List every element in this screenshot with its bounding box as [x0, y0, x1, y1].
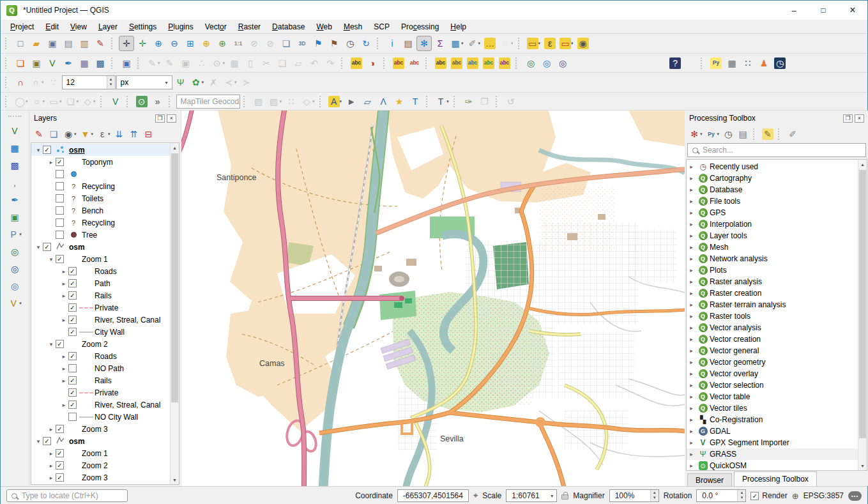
gpx-segment-importer[interactable]: V [108, 94, 123, 109]
layer-tree-item[interactable]: ▸✓Rails [31, 374, 170, 386]
layer-tree-item[interactable] [31, 168, 170, 180]
layer-tree-item[interactable]: ▸✓Zoom 3 [31, 423, 170, 435]
time-manager-plugin[interactable]: ◷ [772, 56, 788, 71]
extents-icon[interactable]: ⌖ [473, 491, 478, 501]
expander-icon[interactable]: ▸ [687, 244, 696, 250]
osm-place-search[interactable]: ✑ [461, 94, 476, 109]
expander-icon[interactable]: ▸ [687, 347, 696, 354]
crs-value[interactable]: EPSG:3857 [803, 491, 844, 500]
layer-checkbox[interactable]: ✓ [68, 328, 77, 336]
expander-icon[interactable]: ▸ [687, 210, 696, 216]
add-spatialite-layer[interactable]: ✒ [5, 192, 24, 208]
expander-icon[interactable]: ▸ [687, 313, 696, 319]
layer-checkbox[interactable]: ✓ [43, 437, 51, 445]
copy-features[interactable]: ❏ [275, 56, 290, 71]
tab-browser[interactable]: Browser [687, 473, 732, 486]
copy-layer-style[interactable]: ❏ [13, 56, 28, 71]
toolbox-item[interactable]: ▸VGPX Segment Importer [687, 437, 858, 448]
select-by-value[interactable]: ◉ [575, 36, 591, 51]
minimize-button[interactable]: – [779, 1, 809, 20]
menu-settings[interactable]: Settings [123, 20, 162, 33]
identify-features[interactable]: i [385, 36, 400, 51]
layer-checkbox[interactable]: ✓ [56, 461, 64, 470]
expand-all[interactable]: ⇊ [112, 127, 126, 141]
expander-icon[interactable]: ▸ [59, 365, 68, 372]
toolbox-item[interactable]: ▸◷Recently used [687, 161, 858, 172]
toolbox-item[interactable]: ▸QVector overlay [687, 368, 858, 379]
menu-help[interactable]: Help [445, 20, 472, 33]
layer-checkbox[interactable]: ✓ [56, 158, 64, 166]
user-profile[interactable]: ♟ [756, 56, 772, 71]
expander-icon[interactable]: ▸ [687, 405, 696, 411]
float-panel-icon[interactable]: ❐ [843, 114, 853, 123]
toolbox-item[interactable]: ▸QGPS [687, 207, 858, 218]
pin-labels[interactable]: abc [391, 56, 406, 71]
layer-tree-item[interactable]: ▸✓Zoom 3 [31, 471, 170, 484]
remove-layer[interactable]: ⊟ [142, 127, 156, 141]
layer-checkbox[interactable] [56, 170, 64, 178]
toolbox-item[interactable]: ▸QFile tools [687, 195, 858, 207]
add-group[interactable]: ❏ [47, 127, 61, 141]
zoom-native[interactable]: 1:1 [231, 36, 246, 51]
layer-diagram[interactable]: ◑ [365, 56, 380, 71]
zoom-to-selection[interactable]: ⊕ [199, 36, 214, 51]
new-print-layout[interactable]: ▤ [61, 36, 76, 51]
toolbox-item[interactable]: ▸GGDAL [687, 425, 858, 437]
manage-plugins[interactable]: ∷ [740, 56, 756, 71]
add-delimited-text-layer[interactable]: , [5, 175, 24, 190]
layer-tree-item[interactable]: ✓Private [31, 386, 170, 399]
expander-icon[interactable]: ▸ [687, 279, 696, 285]
layer-checkbox[interactable] [56, 206, 64, 215]
add-wcs-layer[interactable]: ◎ [5, 261, 24, 277]
toolbar-overflow[interactable]: » [150, 94, 165, 109]
expander-icon[interactable]: ▸ [687, 221, 696, 227]
redo[interactable]: ↷ [323, 56, 338, 71]
snapping-mode[interactable]: ∩▾ [29, 75, 45, 90]
expander-icon[interactable]: ▾ [34, 147, 43, 153]
toolbox-item[interactable]: ▸QRaster tools [687, 310, 858, 322]
layer-checkbox[interactable] [56, 231, 64, 239]
layer-tree-item[interactable]: ?Bench [31, 204, 170, 217]
close-panel-icon[interactable]: × [167, 114, 176, 123]
close-button[interactable]: × [838, 1, 867, 20]
layer-tree-item[interactable]: ✓City Wall [31, 326, 170, 338]
scroll-up-icon[interactable]: ▲ [858, 160, 867, 169]
layer-checkbox[interactable]: ✓ [43, 146, 51, 154]
geometry-checker[interactable]: ◇▾ [300, 94, 316, 109]
layer-tree-item[interactable]: ▸✓Rails [31, 289, 170, 302]
select-features[interactable]: ▭▾ [526, 36, 542, 51]
layer-checkbox[interactable]: ✓ [68, 376, 77, 385]
metasearch[interactable]: ◎ [555, 56, 570, 71]
messages-icon[interactable]: ••• [848, 491, 862, 501]
menu-mesh[interactable]: Mesh [338, 20, 368, 33]
expander-icon[interactable]: ▸ [59, 268, 68, 275]
circle-annotation[interactable]: ○▾ [30, 94, 47, 109]
expander-icon[interactable]: ▸ [47, 475, 56, 481]
expander-icon[interactable]: ▸ [687, 393, 696, 400]
zoom-in[interactable]: ⊕ [151, 36, 166, 51]
menu-project[interactable]: Project [4, 20, 40, 33]
toolbox-item[interactable]: ▸QVector creation [687, 333, 858, 345]
toolbox-item[interactable]: ▸QVector general [687, 345, 858, 356]
open-layer-styling[interactable]: ✎ [32, 127, 46, 141]
new-geopackage-layer[interactable]: ▣ [29, 56, 44, 71]
layer-checkbox[interactable]: ✓ [68, 267, 77, 275]
close-panel-icon[interactable]: × [855, 114, 864, 123]
pan-map[interactable]: ✛ [119, 36, 134, 51]
layer-tree-item[interactable]: ▾✓osm [31, 435, 170, 447]
toolbox-item[interactable]: ▸QDatabase [687, 184, 858, 195]
text-annotation-format[interactable]: T▾ [434, 94, 450, 109]
expander-icon[interactable]: ▸ [687, 451, 696, 457]
toolbox-item[interactable]: ▸QRaster analysis [687, 276, 858, 287]
show-layout-manager[interactable]: ▥ [77, 36, 92, 51]
open-attribute-table[interactable]: ▦▾ [448, 36, 465, 51]
layer-tree-item[interactable]: ?Recycling [31, 217, 170, 229]
coordinate-field[interactable]: -665307,4501564 [397, 489, 469, 502]
new-mesh-layer[interactable]: ▩ [93, 56, 108, 71]
map-canvas[interactable]: Santiponce Camas Sevilla [181, 111, 685, 486]
show-hide-labels[interactable]: abc [449, 56, 464, 71]
toolbox-item[interactable]: ▸⊙QuickOSM [687, 460, 858, 471]
layer-tree-item[interactable]: ▸✓Roads [31, 265, 170, 277]
menu-view[interactable]: View [65, 20, 93, 33]
render-checkbox[interactable]: ✓ Render [750, 491, 787, 500]
